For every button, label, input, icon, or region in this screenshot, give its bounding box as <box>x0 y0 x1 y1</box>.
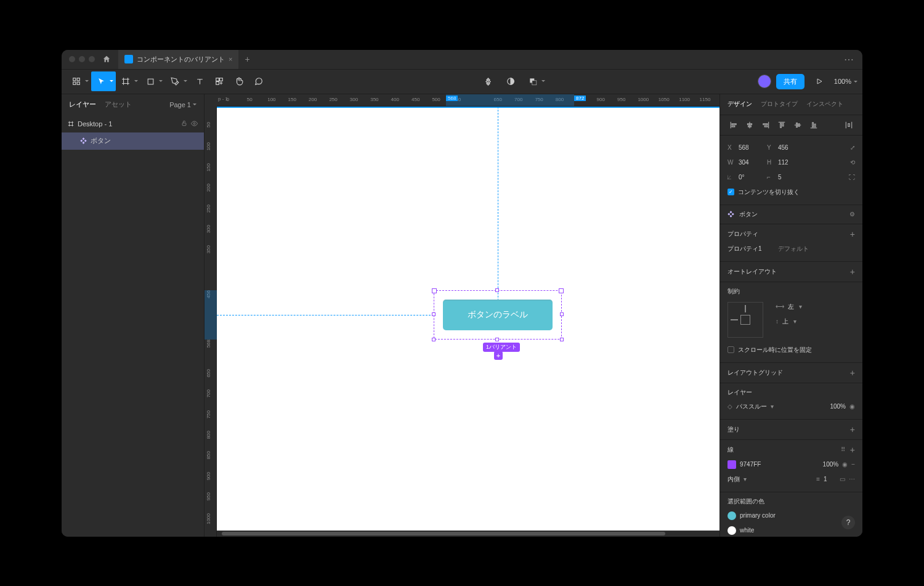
blendmode[interactable]: パススルー <box>736 402 767 411</box>
svg-rect-2 <box>73 82 76 84</box>
tab-layers[interactable]: レイヤー <box>69 100 96 109</box>
tab-assets[interactable]: アセット <box>105 100 132 109</box>
add-variant-button[interactable]: + <box>494 351 503 360</box>
align-left-icon[interactable] <box>727 119 740 131</box>
tab-prototype[interactable]: プロトタイプ <box>761 100 798 108</box>
styles-icon[interactable]: ⠿ <box>841 446 845 453</box>
layoutgrid-section: レイアウトグリッド+ <box>720 363 862 383</box>
scrollfix-checkbox[interactable] <box>727 346 734 353</box>
x-input[interactable] <box>739 144 763 151</box>
page-selector[interactable]: Page 1 <box>169 101 197 108</box>
align-right-icon[interactable] <box>760 119 772 131</box>
frame-tool[interactable] <box>116 71 140 91</box>
settings-icon[interactable]: ⚙ <box>849 211 855 218</box>
menu-icon[interactable]: ⋯ <box>844 54 855 65</box>
frame-icon <box>68 121 74 127</box>
align-top-icon[interactable] <box>776 119 788 131</box>
component-icon[interactable] <box>479 71 498 91</box>
svg-rect-25 <box>182 123 186 126</box>
selcolor-white-swatch[interactable] <box>727 526 736 535</box>
radius-input[interactable] <box>778 174 803 181</box>
comment-tool[interactable] <box>249 71 269 91</box>
figma-file-icon <box>124 55 133 63</box>
boolean-icon[interactable] <box>523 71 548 91</box>
stroke-side-icon[interactable]: ▭ <box>840 476 845 482</box>
align-vcenter-icon[interactable] <box>792 119 804 131</box>
add-layoutgrid-button[interactable]: + <box>850 368 855 378</box>
viewport[interactable]: ボタンのラベル 1バリアント + <box>217 107 719 537</box>
layer-frame[interactable]: Desktop - 1 <box>62 115 204 132</box>
file-tab[interactable]: コンポーネントのバリアント × <box>118 50 238 70</box>
resources-tool[interactable] <box>209 71 229 91</box>
variant-count-badge: 1バリアント <box>483 343 520 352</box>
button-component[interactable]: ボタンのラベル <box>443 299 553 330</box>
align-hcenter-icon[interactable] <box>744 119 756 131</box>
visibility-icon[interactable]: ◉ <box>849 403 855 410</box>
svg-rect-55 <box>732 213 734 216</box>
close-icon[interactable]: × <box>229 55 232 63</box>
svg-rect-33 <box>732 126 735 127</box>
selcolor-white: white <box>740 527 754 534</box>
svg-rect-3 <box>77 82 79 84</box>
corners-icon[interactable]: ⛶ <box>849 174 855 181</box>
home-icon[interactable] <box>102 55 111 63</box>
svg-rect-41 <box>780 123 782 128</box>
stroke-color-hex[interactable]: 9747FF <box>740 461 761 468</box>
tab-inspect[interactable]: インスペクト <box>806 100 843 108</box>
stroke-more-icon[interactable]: ⋯ <box>849 476 855 482</box>
add-autolayout-button[interactable]: + <box>850 267 855 277</box>
lock-ratio-icon[interactable]: ⟲ <box>850 159 855 166</box>
svg-marker-20 <box>817 79 822 84</box>
layer-opacity[interactable]: 100% <box>830 403 846 410</box>
rotation-input[interactable] <box>739 174 763 181</box>
present-icon[interactable] <box>809 71 829 91</box>
property-value[interactable]: デフォルト <box>778 245 809 253</box>
layer-component[interactable]: ボタン <box>62 132 204 150</box>
help-button[interactable]: ? <box>841 516 855 529</box>
stroke-width-input[interactable] <box>824 476 836 482</box>
constraint-h[interactable]: 左 <box>788 303 794 311</box>
ruler-vertical[interactable]: 0501001502002503003504565686507007508008… <box>205 107 217 537</box>
constraint-v[interactable]: 上 <box>782 317 788 326</box>
eye-icon[interactable] <box>191 120 198 127</box>
canvas-area: p - 1 -500501001502002503003504004505005… <box>205 94 719 537</box>
property-name[interactable]: プロパティ1 <box>727 245 762 253</box>
h-input[interactable] <box>778 159 803 166</box>
add-property-button[interactable]: + <box>850 229 855 239</box>
stroke-visibility-icon[interactable]: ◉ <box>842 461 848 468</box>
avatar[interactable] <box>758 75 771 88</box>
variant-selection[interactable]: ボタンのラベル <box>434 290 562 340</box>
add-fill-button[interactable]: + <box>850 425 855 434</box>
zoom-dropdown[interactable]: 100% <box>834 78 857 85</box>
y-input[interactable] <box>778 144 803 151</box>
remove-stroke-button[interactable]: − <box>851 461 855 468</box>
expand-icon[interactable]: ⤢ <box>850 144 855 151</box>
constraint-widget[interactable] <box>727 302 763 338</box>
mask-icon[interactable] <box>501 71 521 91</box>
selcolor-primary-swatch[interactable] <box>727 511 736 520</box>
add-stroke-button[interactable]: + <box>850 445 855 455</box>
new-tab-button[interactable]: + <box>245 54 249 64</box>
main-menu-button[interactable] <box>67 71 91 91</box>
share-button[interactable]: 共有 <box>776 74 804 89</box>
unlock-icon[interactable] <box>181 120 187 126</box>
move-tool[interactable] <box>91 71 116 91</box>
scrollbar-thumb[interactable] <box>222 532 665 535</box>
stroke-align[interactable]: 内側 <box>727 475 740 484</box>
horizontal-scrollbar[interactable] <box>217 531 719 537</box>
stroke-opacity[interactable]: 100% <box>823 461 839 468</box>
align-bottom-icon[interactable] <box>808 119 820 131</box>
clip-label: コンテンツを切り抜く <box>738 188 800 197</box>
clip-checkbox[interactable]: ✓ <box>727 189 734 195</box>
text-tool[interactable] <box>190 71 209 91</box>
hand-tool[interactable] <box>229 71 249 91</box>
window-controls[interactable] <box>69 56 95 62</box>
tab-design[interactable]: デザイン <box>727 100 752 108</box>
stroke-label: 線 <box>727 446 734 454</box>
distribute-icon[interactable] <box>843 119 855 131</box>
stroke-color-swatch[interactable] <box>727 460 736 469</box>
ruler-horizontal[interactable]: p - 1 -500501001502002503003504004505005… <box>205 94 719 107</box>
shape-tool[interactable] <box>140 71 165 91</box>
pen-tool[interactable] <box>165 71 190 91</box>
w-input[interactable] <box>739 159 763 166</box>
